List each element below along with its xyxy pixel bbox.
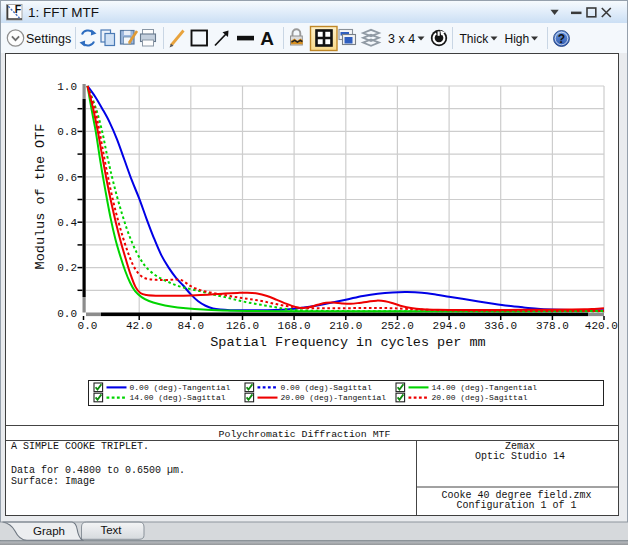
svg-text:14.00 (deg)-Tangential: 14.00 (deg)-Tangential bbox=[432, 383, 538, 392]
svg-text:0.8: 0.8 bbox=[57, 126, 77, 138]
svg-text:210.0: 210.0 bbox=[329, 320, 362, 332]
svg-text:Surface: Image: Surface: Image bbox=[11, 476, 95, 487]
svg-text:20.00 (deg)-Sagittal: 20.00 (deg)-Sagittal bbox=[432, 393, 528, 402]
svg-text:Data for 0.4800 to 0.6500 µm.: Data for 0.4800 to 0.6500 µm. bbox=[11, 465, 185, 476]
svg-text:Settings: Settings bbox=[26, 32, 71, 46]
svg-text:1: FFT MTF: 1: FFT MTF bbox=[28, 5, 99, 20]
svg-text:Configuration 1 of 1: Configuration 1 of 1 bbox=[456, 500, 576, 511]
svg-text:0.2: 0.2 bbox=[57, 262, 77, 274]
svg-text:Spatial Frequency in cycles pe: Spatial Frequency in cycles per mm bbox=[210, 335, 485, 350]
svg-text:378.0: 378.0 bbox=[536, 320, 569, 332]
svg-text:1.0: 1.0 bbox=[57, 81, 77, 93]
svg-text:0.4: 0.4 bbox=[57, 217, 77, 229]
svg-text:126.0: 126.0 bbox=[226, 320, 259, 332]
svg-text:A: A bbox=[260, 28, 274, 49]
svg-text:168.0: 168.0 bbox=[278, 320, 311, 332]
svg-text:Optic Studio 14: Optic Studio 14 bbox=[475, 451, 565, 462]
svg-text:20.00 (deg)-Tangential: 20.00 (deg)-Tangential bbox=[281, 393, 387, 402]
svg-text:F: F bbox=[15, 3, 22, 15]
svg-text:0.6: 0.6 bbox=[57, 172, 77, 184]
svg-text:3 x 4: 3 x 4 bbox=[388, 32, 415, 46]
svg-text:252.0: 252.0 bbox=[381, 320, 414, 332]
svg-text:84.0: 84.0 bbox=[178, 320, 204, 332]
svg-text:Modulus of the OTF: Modulus of the OTF bbox=[33, 124, 48, 270]
svg-text:Polychromatic Diffraction MTF: Polychromatic Diffraction MTF bbox=[219, 429, 391, 440]
svg-text:0.0: 0.0 bbox=[57, 308, 77, 320]
svg-text:Graph: Graph bbox=[33, 525, 65, 537]
svg-text:294.0: 294.0 bbox=[433, 320, 466, 332]
svg-text:?: ? bbox=[558, 32, 565, 46]
svg-text:336.0: 336.0 bbox=[484, 320, 517, 332]
svg-text:A SIMPLE COOKE TRIPLET.: A SIMPLE COOKE TRIPLET. bbox=[11, 441, 149, 452]
svg-text:Text: Text bbox=[100, 524, 122, 536]
svg-text:420.0: 420.0 bbox=[585, 320, 618, 332]
svg-text:42.0: 42.0 bbox=[126, 320, 152, 332]
svg-text:Thick: Thick bbox=[460, 32, 490, 46]
svg-text:0.00 (deg)-Sagittal: 0.00 (deg)-Sagittal bbox=[281, 383, 372, 392]
svg-text:Zemax: Zemax bbox=[505, 441, 535, 452]
svg-text:0.0: 0.0 bbox=[78, 320, 98, 332]
svg-text:0.00 (deg)-Tangential: 0.00 (deg)-Tangential bbox=[130, 383, 231, 392]
svg-text:Cooke 40 degree field.zmx: Cooke 40 degree field.zmx bbox=[441, 490, 591, 501]
svg-text:14.00 (deg)-Sagittal: 14.00 (deg)-Sagittal bbox=[130, 393, 226, 402]
svg-text:High: High bbox=[505, 32, 530, 46]
